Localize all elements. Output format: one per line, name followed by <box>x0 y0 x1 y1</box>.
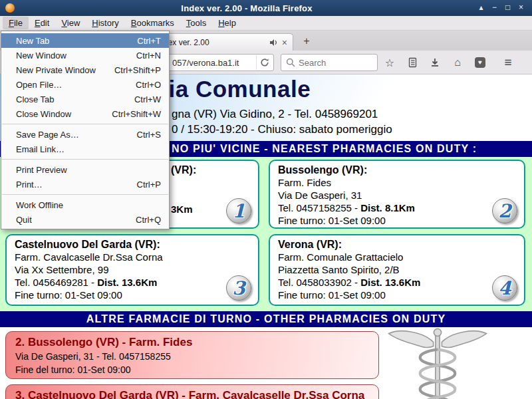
pharmacy-card-2-street: Via De Gasperi, 31 <box>278 189 516 201</box>
other-entry-1-shift-end: Fine del turno: 01-Set 09:00 <box>15 364 369 376</box>
pocket-icon[interactable]: ♥ <box>471 55 489 70</box>
menu-item-shortcut: Ctrl+W <box>134 94 161 104</box>
file-menu-print-preview[interactable]: Print Preview <box>1 162 169 177</box>
other-entry-2-title: 3. Castelnuovo Del Garda (VR) - Farm. Ca… <box>15 389 369 399</box>
file-menu-save-page-as[interactable]: Save Page As… Ctrl+S <box>1 127 169 142</box>
menu-separator <box>2 124 168 124</box>
other-entry-2: 3. Castelnuovo Del Garda (VR) - Farm. Ca… <box>5 384 379 399</box>
download-arrow-icon <box>430 57 440 68</box>
menu-item-shortcut: Ctrl+T <box>137 36 161 46</box>
menu-tools[interactable]: Tools <box>180 17 212 29</box>
pharmacy-card-4: Verona (VR): Farm. Comunale Grattacielo … <box>269 234 525 306</box>
tel-text: Tel. 0458033902 - <box>278 277 360 288</box>
tab-active[interactable]: Index ver. 2.00 × <box>151 33 293 51</box>
firefox-icon <box>5 3 15 13</box>
hamburger-menu-icon[interactable]: ≡ <box>499 55 517 70</box>
firefox-window: Index ver. 2.00 - Mozilla Firefox ▴ − □ … <box>0 0 532 399</box>
menu-item-label: Close Window <box>16 109 71 119</box>
menu-item-label: Open File… <box>16 80 62 90</box>
maximize-icon[interactable]: □ <box>502 2 513 14</box>
rank-badge-1: 1 <box>226 198 251 223</box>
library-list-icon <box>408 57 418 68</box>
minimize-icon[interactable]: − <box>489 2 500 14</box>
search-input[interactable] <box>299 58 372 68</box>
menu-item-shortcut: Ctrl+P <box>137 180 161 190</box>
tel-text: Tel. 0457158255 - <box>278 202 360 213</box>
url-bar[interactable]: 057/verona.ba1.it <box>157 54 274 71</box>
rank-badge-3: 3 <box>226 275 251 301</box>
pocket-heart-icon: ♥ <box>475 57 485 68</box>
reload-button[interactable] <box>256 55 273 70</box>
distance-text: Dist. 13.6Km <box>97 277 157 288</box>
rank-badge-2: 2 <box>492 198 517 223</box>
caduceus-image <box>384 327 491 399</box>
home-icon[interactable]: ⌂ <box>449 55 466 70</box>
menu-item-label: Email Link… <box>16 144 65 154</box>
other-entry-1-address: Via De Gasperi, 31 - Tel. 0457158255 <box>15 350 369 362</box>
other-pharmacies-section: 2. Bussolengo (VR) - Farm. Fides Via De … <box>0 327 532 399</box>
tab-title: Index ver. 2.00 <box>157 38 269 47</box>
file-menu-email-link[interactable]: Email Link… <box>1 142 169 156</box>
tab-audio-icon[interactable] <box>269 39 278 47</box>
pharmacy-card-3-shift-end: Fine turno: 01-Set 09:00 <box>15 289 250 301</box>
pharmacy-card-1-title: (VR): <box>171 164 196 176</box>
file-menu-open-file[interactable]: Open File… Ctrl+O <box>1 77 169 92</box>
new-tab-button[interactable]: + <box>299 35 315 47</box>
menu-item-label: Close Tab <box>16 94 55 104</box>
search-bar <box>281 54 378 71</box>
menu-item-label: Print… <box>16 180 43 190</box>
file-menu-close-tab[interactable]: Close Tab Ctrl+W <box>1 92 169 106</box>
keep-above-icon[interactable]: ▴ <box>475 2 487 14</box>
tel-text: Tel. 0456469281 - <box>15 277 97 288</box>
rank-number: 3 <box>232 277 245 299</box>
menu-separator <box>2 159 168 160</box>
pharmacy-card-2-tel: Tel. 0457158255 - Dist. 8.1Km <box>278 201 516 214</box>
menu-bookmarks[interactable]: Bookmarks <box>125 17 180 29</box>
file-menu-print[interactable]: Print… Ctrl+P <box>1 177 169 192</box>
rank-number: 2 <box>498 200 511 222</box>
pharmacy-card-4-tel: Tel. 0458033902 - Dist. 13.6Km <box>278 276 516 289</box>
tab-close-icon[interactable]: × <box>282 37 287 48</box>
other-pharmacies-banner: ALTRE FARMACIE DI TURNO - OTHER PHARMACI… <box>0 311 532 327</box>
menu-item-shortcut: Ctrl+Shift+P <box>114 65 161 75</box>
close-icon[interactable]: × <box>515 2 527 14</box>
menu-help[interactable]: Help <box>212 17 242 29</box>
menu-view[interactable]: View <box>55 17 86 29</box>
pharmacy-card-2-title: Bussolengo (VR): <box>278 164 516 176</box>
pharmacy-card-2: Bussolengo (VR): Farm. Fides Via De Gasp… <box>269 160 525 229</box>
menu-edit[interactable]: Edit <box>29 17 55 29</box>
menu-history[interactable]: History <box>86 17 124 29</box>
menubar: File Edit View History Bookmarks Tools H… <box>0 16 532 31</box>
pharmacy-card-2-name: Farm. Fides <box>278 176 516 189</box>
menu-item-label: Quit <box>16 215 32 225</box>
menu-item-shortcut: Ctrl+Q <box>136 215 161 225</box>
menu-item-shortcut: Ctrl+O <box>136 80 161 90</box>
menu-item-label: Save Page As… <box>16 130 79 140</box>
file-menu-new-window[interactable]: New Window Ctrl+N <box>1 48 169 63</box>
file-menu-new-private-window[interactable]: New Private Window Ctrl+Shift+P <box>1 63 169 77</box>
other-entry-1: 2. Bussolengo (VR) - Farm. Fides Via De … <box>5 331 379 379</box>
pharmacy-card-3-street: Via Xx Settembre, 99 <box>15 263 250 276</box>
pharmacy-card-4-street: Piazzetta Santo Spirito, 2/B <box>278 263 516 276</box>
file-menu-work-offline[interactable]: Work Offline <box>1 198 169 212</box>
pharmacy-card-4-title: Verona (VR): <box>278 239 516 251</box>
bookmarks-library-icon[interactable] <box>404 55 421 70</box>
menu-item-label: New Tab <box>16 36 49 46</box>
window-title: Index ver. 2.00 - Mozilla Firefox <box>20 3 473 13</box>
file-menu-quit[interactable]: Quit Ctrl+Q <box>1 212 169 227</box>
pharmacy-card-4-name: Farm. Comunale Grattacielo <box>278 251 516 263</box>
pharmacy-hours-line: 0 / 15:30-19:20 - Chiuso: sabato pomerig… <box>172 123 392 136</box>
menu-item-label: New Window <box>16 51 66 61</box>
file-menu-new-tab[interactable]: New Tab Ctrl+T <box>1 33 169 48</box>
menu-item-shortcut: Ctrl+Shift+W <box>112 109 161 119</box>
distance-text: Dist. 8.1Km <box>360 202 415 213</box>
other-entry-1-title: 2. Bussolengo (VR) - Farm. Fides <box>15 336 369 349</box>
menu-file[interactable]: File <box>3 17 29 29</box>
menu-separator <box>2 194 168 195</box>
bookmark-star-icon[interactable]: ☆ <box>381 55 398 70</box>
pharmacy-card-3: Castelnuovo Del Garda (VR): Farm. Cavalc… <box>5 234 259 306</box>
download-icon[interactable] <box>426 55 444 70</box>
file-menu-close-window[interactable]: Close Window Ctrl+Shift+W <box>1 106 169 121</box>
file-menu: New Tab Ctrl+T New Window Ctrl+N New Pri… <box>1 31 170 229</box>
rank-badge-4: 4 <box>492 275 517 301</box>
